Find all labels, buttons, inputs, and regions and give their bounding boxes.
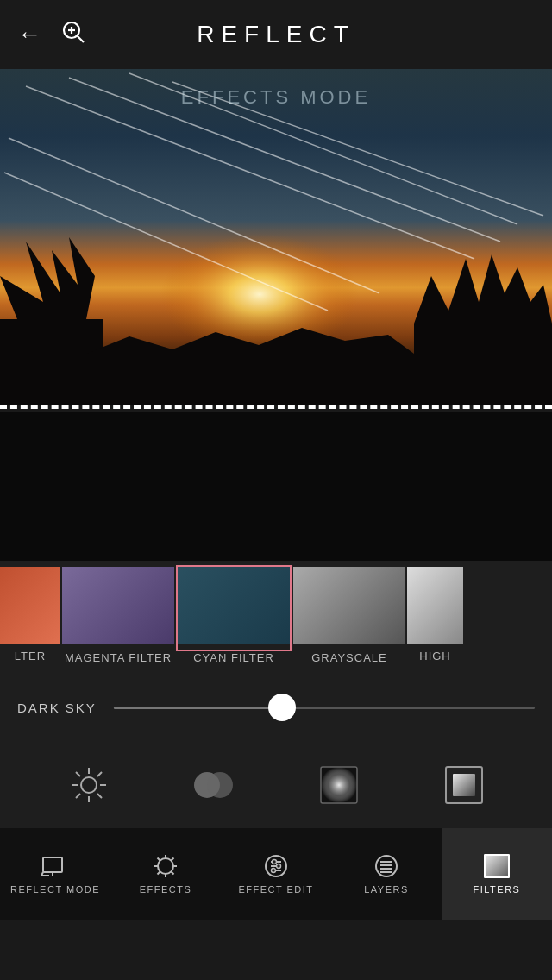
- frame-button[interactable]: [434, 755, 494, 815]
- svg-line-44: [158, 871, 161, 875]
- photo-top: EFFECTS MODE: [0, 69, 552, 405]
- nav-item-filters[interactable]: FILTERS: [442, 828, 552, 920]
- filter-label-cyan: CYAN FILTER: [193, 651, 274, 664]
- filter-label-high: HIGH: [407, 650, 463, 663]
- filter-strip: LTER MAGENTA FILTER CYAN FILTER GRAYSCAL…: [0, 561, 552, 673]
- nav-item-effect-edit[interactable]: EFFECT EDIT: [221, 828, 331, 920]
- nav-label-filters: FILTERS: [474, 884, 521, 895]
- bottom-nav: REFLECT MODE EFFECTS EFFECT EDIT: [0, 828, 552, 920]
- svg-line-41: [158, 858, 161, 862]
- effect-icons: [0, 742, 552, 828]
- photo-bottom: [0, 412, 552, 561]
- blend-button[interactable]: [184, 755, 244, 815]
- brightness-button[interactable]: [59, 755, 119, 815]
- svg-line-25: [97, 772, 102, 776]
- svg-rect-32: [453, 774, 475, 796]
- nav-item-effects[interactable]: EFFECTS: [110, 828, 221, 920]
- svg-line-1: [78, 35, 85, 42]
- filter-item-warm[interactable]: LTER: [0, 567, 60, 668]
- header: ← REFLECT: [0, 0, 552, 69]
- nav-item-reflect[interactable]: REFLECT MODE: [0, 828, 110, 920]
- filter-label-warm: LTER: [0, 650, 60, 663]
- svg-rect-58: [485, 855, 509, 877]
- zoom-button[interactable]: [60, 19, 86, 51]
- filter-item-magenta[interactable]: MAGENTA FILTER: [60, 565, 176, 669]
- app-title: REFLECT: [197, 21, 355, 48]
- svg-rect-14: [414, 324, 552, 405]
- slider-thumb[interactable]: [268, 694, 296, 721]
- vignette-button[interactable]: [309, 755, 369, 815]
- svg-rect-29: [321, 767, 357, 803]
- svg-rect-34: [43, 858, 62, 872]
- svg-point-28: [207, 772, 233, 798]
- filter-item-cyan[interactable]: CYAN FILTER: [176, 565, 292, 669]
- svg-point-49: [273, 860, 277, 864]
- filter-item-grayscale[interactable]: GRAYSCALE: [292, 565, 407, 669]
- slider-label: DARK SKY: [17, 700, 97, 715]
- svg-point-51: [272, 869, 276, 873]
- nav-label-reflect: REFLECT MODE: [10, 884, 100, 895]
- dashed-line: [0, 405, 552, 412]
- svg-line-43: [171, 858, 174, 862]
- nav-item-layers[interactable]: LAYERS: [331, 828, 442, 920]
- image-area: EFFECTS MODE: [0, 69, 552, 561]
- nav-label-effects: EFFECTS: [140, 884, 192, 895]
- back-button[interactable]: ←: [17, 21, 41, 48]
- svg-rect-16: [86, 354, 414, 405]
- svg-line-42: [171, 871, 174, 875]
- svg-point-50: [277, 864, 281, 869]
- nav-label-effect-edit: EFFECT EDIT: [238, 884, 313, 895]
- svg-point-18: [81, 777, 97, 793]
- slider-area: DARK SKY: [0, 673, 552, 742]
- slider-track[interactable]: [114, 707, 535, 709]
- svg-line-23: [76, 772, 80, 776]
- filter-label-magenta: MAGENTA FILTER: [65, 651, 172, 664]
- filter-item-high[interactable]: HIGH: [407, 567, 463, 668]
- effects-mode-label: EFFECTS MODE: [181, 86, 371, 109]
- nav-label-layers: LAYERS: [364, 884, 409, 895]
- filter-label-grayscale: GRAYSCALE: [311, 651, 387, 664]
- svg-line-26: [76, 794, 80, 798]
- svg-line-24: [97, 794, 102, 798]
